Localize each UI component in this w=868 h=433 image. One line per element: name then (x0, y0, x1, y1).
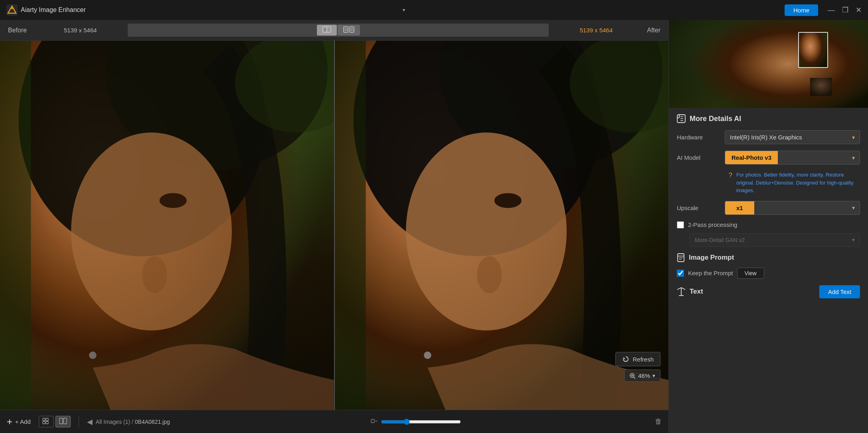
comparison-toggle-group (128, 24, 549, 37)
svg-point-12 (71, 133, 232, 331)
svg-rect-34 (46, 418, 48, 421)
split-view-button[interactable] (317, 25, 337, 36)
slider-area (371, 418, 650, 425)
app-dropdown-icon[interactable]: ▾ (403, 7, 405, 13)
add-text-button[interactable]: Add Text (819, 285, 860, 298)
after-dimensions: 5139 x 5464 (549, 27, 613, 34)
hardware-dropdown[interactable]: Intel(R) Iris(R) Xe Graphics ▾ (725, 130, 860, 144)
more-details-header: More Details AI (677, 114, 860, 123)
thumbnail-frame (798, 32, 828, 68)
info-icon: ? (729, 172, 732, 179)
two-pass-checkbox[interactable] (677, 221, 684, 228)
image-prompt-icon (677, 253, 685, 262)
titlebar: Aiarty Image Enhancer ▾ Home — ❐ ✕ (0, 0, 868, 20)
view-toggle-group (39, 416, 71, 427)
text-section-header: Text Add Text (677, 285, 860, 298)
nav-back-button[interactable]: ◀ (87, 417, 93, 426)
keep-prompt-checkbox[interactable] (677, 270, 684, 277)
text-section-title: Text (690, 288, 703, 296)
svg-point-20 (406, 133, 567, 331)
side-by-side-button[interactable] (338, 25, 360, 36)
hardware-control: Intel(R) Iris(R) Xe Graphics ▾ (725, 130, 860, 144)
two-pass-row: 2-Pass processing (677, 221, 860, 228)
app-title: Aiarty Image Enhancer (21, 6, 400, 14)
svg-rect-39 (371, 419, 374, 423)
refresh-button[interactable]: Refresh (615, 352, 660, 366)
svg-rect-33 (43, 418, 45, 421)
ai-model-label: AI Model (677, 154, 725, 161)
preview-background (669, 20, 868, 108)
gan-dropdown: More-Detail GAN v2 ▾ (690, 233, 860, 247)
svg-rect-35 (43, 421, 45, 424)
gan-value: More-Detail GAN v2 (695, 237, 745, 243)
thumbnail-small (810, 78, 832, 96)
upscale-row: Upscale x1 ▾ (677, 201, 860, 215)
hardware-dropdown-arrow: ▾ (852, 134, 855, 141)
svg-rect-9 (350, 28, 353, 31)
breadcrumb: All Images (1) / 0B4A0821.jpg (96, 419, 170, 425)
list-view-button[interactable] (55, 416, 71, 427)
view-toggle-area (128, 24, 549, 37)
svg-line-49 (681, 288, 685, 290)
image-prompt-header: Image Prompt (677, 253, 860, 262)
right-panel: More Details AI Hardware Intel(R) Iris(R… (668, 20, 868, 433)
svg-marker-26 (623, 357, 625, 359)
add-button[interactable]: + Add (6, 418, 31, 425)
svg-rect-24 (335, 41, 366, 410)
svg-point-14 (160, 193, 187, 208)
grid-view-button[interactable] (39, 416, 54, 427)
home-button[interactable]: Home (785, 4, 818, 16)
before-image-panel (0, 41, 335, 410)
add-icon (6, 419, 13, 425)
more-details-icon (677, 114, 686, 123)
maximize-button[interactable]: ❐ (842, 6, 848, 14)
image-panel: Before 5139 x 5464 (0, 20, 668, 433)
ai-model-control-wrap: Real-Photo v3 ▾ (725, 151, 860, 165)
size-slider[interactable] (381, 419, 461, 425)
ai-model-row: AI Model Real-Photo v3 ▾ (677, 151, 860, 165)
gan-arrow: ▾ (852, 237, 855, 243)
ai-model-badge: Real-Photo v3 (725, 151, 778, 164)
text-section-icon (677, 287, 686, 296)
grid-icon (42, 418, 50, 424)
minimize-button[interactable]: — (828, 6, 835, 14)
hardware-value: Intel(R) Iris(R) Xe Graphics (730, 134, 802, 141)
svg-line-48 (677, 288, 681, 290)
before-image (0, 41, 334, 410)
ai-model-info-text: For photos. Better fidelity, more clarit… (736, 171, 860, 195)
svg-point-23 (424, 352, 431, 359)
preview-area (669, 20, 868, 108)
before-dimensions: 5139 x 5464 (64, 27, 128, 34)
image-prompt-title: Image Prompt (689, 254, 734, 262)
zoom-dropdown-button[interactable]: ▾ (652, 373, 655, 379)
before-label: Before (8, 27, 64, 34)
window-controls: — ❐ ✕ (828, 6, 862, 14)
svg-rect-38 (63, 418, 67, 424)
ai-model-dropdown[interactable]: Real-Photo v3 ▾ (725, 151, 860, 165)
trash-button[interactable]: 🗑 (655, 417, 662, 426)
svg-point-13 (142, 256, 167, 293)
side-by-side-icon (343, 26, 354, 33)
settings-section: More Details AI Hardware Intel(R) Iris(R… (669, 108, 868, 433)
breadcrumb-all-images: All Images (1) / (96, 419, 133, 425)
breadcrumb-filename: 0B4A0821.jpg (135, 419, 170, 425)
bottom-bar: + Add (0, 410, 668, 433)
svg-point-15 (89, 352, 97, 359)
ai-model-info-row: ? For photos. Better fidelity, more clar… (677, 171, 860, 195)
svg-rect-16 (0, 41, 31, 410)
keep-prompt-row: Keep the Prompt View (677, 268, 860, 279)
zoom-control: 46% ▾ (624, 369, 660, 382)
upscale-control-wrap: x1 ▾ (725, 201, 860, 215)
svg-rect-5 (324, 28, 326, 31)
comparison-header: Before 5139 x 5464 (0, 20, 668, 41)
image-toolbar: Refresh 46% ▾ (615, 352, 660, 382)
upscale-dropdown[interactable]: x1 ▾ (725, 201, 860, 215)
close-button[interactable]: ✕ (856, 6, 862, 14)
svg-line-28 (634, 377, 635, 379)
view-prompt-button[interactable]: View (737, 268, 764, 279)
list-icon (59, 418, 67, 424)
split-view-icon (322, 26, 331, 33)
keep-prompt-label: Keep the Prompt (688, 270, 733, 276)
two-pass-label: 2-Pass processing (688, 221, 737, 228)
refresh-icon (622, 356, 629, 363)
